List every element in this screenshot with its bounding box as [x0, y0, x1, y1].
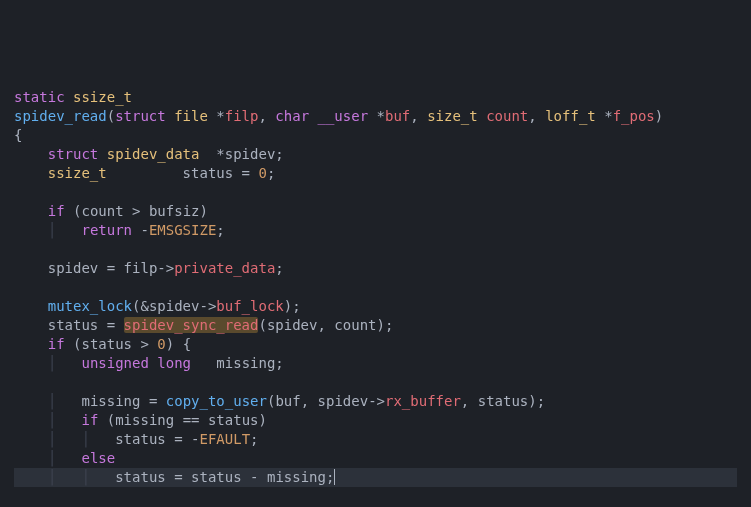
- var-status: status: [208, 412, 259, 428]
- var-status: status: [81, 336, 132, 352]
- text-cursor: [334, 469, 335, 485]
- fn-mutex_lock: mutex_lock: [48, 298, 132, 314]
- type-file: file: [174, 108, 208, 124]
- code-line: │ if (missing == status): [14, 412, 267, 428]
- code-line: [14, 374, 22, 390]
- keyword-struct: struct: [115, 108, 166, 124]
- code-line: [14, 279, 22, 295]
- var-status: status: [191, 469, 242, 485]
- code-line: mutex_lock(&spidev->buf_lock);: [14, 298, 301, 314]
- keyword-return: return: [81, 222, 132, 238]
- code-line: spidev = filp->private_data;: [14, 260, 284, 276]
- param-buf: buf: [385, 108, 410, 124]
- type-ssize_t: ssize_t: [73, 89, 132, 105]
- keyword-if: if: [48, 203, 65, 219]
- var-missing: missing: [216, 355, 275, 371]
- type-spidev_data: spidev_data: [107, 146, 200, 162]
- literal-zero: 0: [157, 336, 165, 352]
- code-line: │ else: [14, 450, 115, 466]
- code-line: status = spidev_sync_read(spidev, count)…: [14, 317, 393, 333]
- code-line: │ │ status = -EFAULT;: [14, 431, 259, 447]
- var-count: count: [334, 317, 376, 333]
- fn-spidev_sync_read: spidev_sync_read: [124, 317, 259, 333]
- var-count: count: [81, 203, 123, 219]
- code-editor[interactable]: static ssize_t spidev_read(struct file *…: [14, 88, 737, 507]
- code-line: │ missing = copy_to_user(buf, spidev->rx…: [14, 393, 545, 409]
- fn-copy_to_user: copy_to_user: [166, 393, 267, 409]
- code-line: if (status > 0) {: [14, 336, 191, 352]
- var-spidev: spidev: [225, 146, 276, 162]
- type-ssize_t: ssize_t: [48, 165, 107, 181]
- field-private_data: private_data: [174, 260, 275, 276]
- code-line: struct spidev_data *spidev;: [14, 146, 284, 162]
- keyword-user: __user: [318, 108, 369, 124]
- var-status: status: [115, 431, 166, 447]
- var-spidev: spidev: [318, 393, 369, 409]
- code-line-current: │ │ status = status - missing;: [14, 468, 737, 487]
- const-emsgsize: EMSGSIZE: [149, 222, 216, 238]
- field-buf_lock: buf_lock: [216, 298, 283, 314]
- const-efault: EFAULT: [200, 431, 251, 447]
- param-f_pos: f_pos: [613, 108, 655, 124]
- code-line: spidev_read(struct file *filp, char __us…: [14, 108, 663, 124]
- var-status: status: [115, 469, 166, 485]
- param-count: count: [486, 108, 528, 124]
- code-line: {: [14, 127, 22, 143]
- keyword-unsigned: unsigned: [81, 355, 148, 371]
- type-loff_t: loff_t: [545, 108, 596, 124]
- code-line: [14, 241, 22, 257]
- var-bufsiz: bufsiz: [149, 203, 200, 219]
- param-filp: filp: [225, 108, 259, 124]
- code-line: if (count > bufsiz): [14, 203, 208, 219]
- keyword-long: long: [157, 355, 191, 371]
- var-status: status: [48, 317, 99, 333]
- keyword-if: if: [81, 412, 98, 428]
- code-line: │ return -EMSGSIZE;: [14, 222, 225, 238]
- code-line: [14, 184, 22, 200]
- keyword-else: else: [81, 450, 115, 466]
- var-missing: missing: [115, 412, 174, 428]
- var-buf: buf: [275, 393, 300, 409]
- type-size_t: size_t: [427, 108, 478, 124]
- var-spidev: spidev: [48, 260, 99, 276]
- code-line: ssize_t status = 0;: [14, 165, 275, 181]
- keyword-struct: struct: [48, 146, 99, 162]
- code-line: static ssize_t: [14, 89, 132, 105]
- keyword-char: char: [275, 108, 309, 124]
- var-filp: filp: [124, 260, 158, 276]
- var-spidev: spidev: [267, 317, 318, 333]
- var-missing: missing: [81, 393, 140, 409]
- code-line: │ unsigned long missing;: [14, 355, 284, 371]
- keyword-static: static: [14, 89, 65, 105]
- var-status: status: [183, 165, 234, 181]
- field-rx_buffer: rx_buffer: [385, 393, 461, 409]
- var-missing: missing: [267, 469, 326, 485]
- keyword-if: if: [48, 336, 65, 352]
- fn-spidev_read: spidev_read: [14, 108, 107, 124]
- var-status: status: [478, 393, 529, 409]
- var-spidev: spidev: [149, 298, 200, 314]
- literal-zero: 0: [258, 165, 266, 181]
